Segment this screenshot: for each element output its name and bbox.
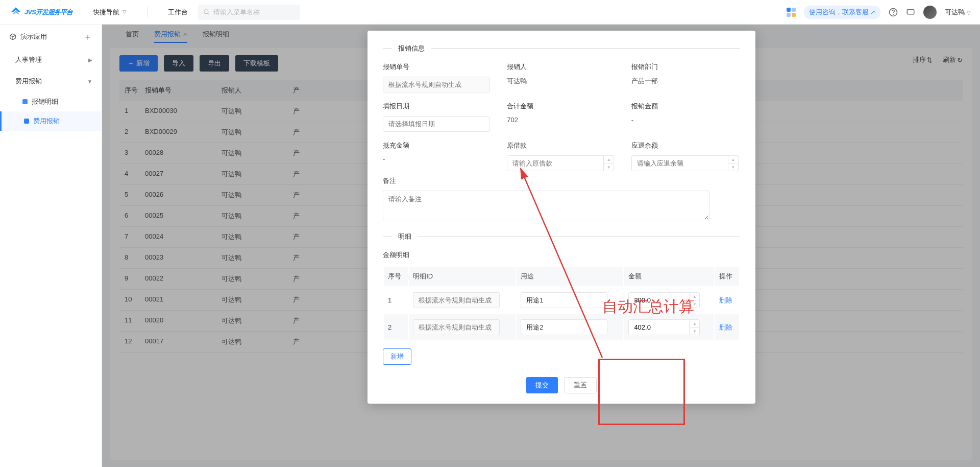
input-date[interactable] xyxy=(383,116,490,132)
square-icon xyxy=(24,119,29,124)
svg-point-5 xyxy=(893,14,894,14)
topbar: JVS开发服务平台 快捷导航 ▽ 工作台 请输入菜单名称 使用咨询，联系客服 ↗… xyxy=(0,0,980,25)
global-search[interactable]: 请输入菜单名称 xyxy=(198,5,300,20)
help-icon[interactable] xyxy=(889,8,898,17)
mcell-del[interactable]: 删除 xyxy=(719,323,732,331)
section-title-info: 报销信息 xyxy=(383,44,740,53)
modal-footer: 提交 重置 xyxy=(383,377,740,393)
cube-icon xyxy=(9,33,16,40)
val-dept: 产品一部 xyxy=(631,77,740,86)
app-grid-icon[interactable] xyxy=(787,8,796,17)
svg-line-3 xyxy=(207,13,209,14)
search-icon xyxy=(203,9,210,16)
mcell-id-input[interactable] xyxy=(413,292,500,308)
lbl-person: 报销人 xyxy=(507,62,616,72)
svg-point-2 xyxy=(204,9,208,13)
lbl-no: 报销单号 xyxy=(383,62,492,72)
stepper[interactable]: ▲▼ xyxy=(689,320,699,335)
mcell-use-input[interactable] xyxy=(521,319,607,335)
side-exp2[interactable]: 费用报销 xyxy=(0,111,102,131)
stepper[interactable]: ▲▼ xyxy=(728,156,738,171)
lbl-dept: 报销部门 xyxy=(631,62,740,72)
username[interactable]: 可达鸭 ▽ xyxy=(945,8,971,17)
avatar[interactable] xyxy=(923,6,937,19)
lbl-loan: 原借款 xyxy=(507,141,616,150)
logo: JVS开发服务平台 xyxy=(9,6,72,19)
mcell-id-input[interactable] xyxy=(413,319,500,335)
lbl-total: 合计金额 xyxy=(507,102,616,111)
lbl-refund: 应退余额 xyxy=(631,141,740,150)
mth-id: 明细ID xyxy=(409,267,516,286)
input-remark[interactable] xyxy=(383,191,709,220)
mcell-use-input[interactable] xyxy=(521,292,607,308)
reset-button[interactable]: 重置 xyxy=(564,377,597,393)
mcell-del[interactable]: 删除 xyxy=(719,296,732,304)
add-row-button[interactable]: 新增 xyxy=(383,348,411,365)
detail-table: 序号 明细ID 用途 金额 操作 1▲▼删除2▲▼删除 xyxy=(383,266,740,341)
topbar-right: 使用咨询，联系客服 ↗ 可达鸭 ▽ xyxy=(787,6,971,19)
topnav: 快捷导航 ▽ 工作台 xyxy=(93,7,188,17)
input-refund[interactable] xyxy=(631,155,739,171)
square-icon xyxy=(22,99,28,104)
chat-icon[interactable] xyxy=(906,8,915,17)
val-amount: - xyxy=(631,116,740,124)
mcell-seq: 2 xyxy=(384,314,408,340)
edit-modal: 报销信息 报销单号 报销人 可达鸭 报销部门 产品一部 填报日期 合计金额 70… xyxy=(368,31,755,404)
mth-amt: 金额 xyxy=(624,267,714,286)
detail-row: 2▲▼删除 xyxy=(384,314,739,340)
mth-ops: 操作 xyxy=(715,267,739,286)
mcell-seq: 1 xyxy=(384,287,408,313)
sidebar: 演示应用 ＋ 人事管理▶ 费用报销▼ 报销明细 费用报销 xyxy=(0,25,102,467)
divider xyxy=(147,7,148,17)
lbl-date: 填报日期 xyxy=(383,102,492,111)
logo-icon xyxy=(9,6,22,19)
side-detail[interactable]: 报销明细 xyxy=(0,92,102,111)
lbl-amount: 报销金额 xyxy=(631,102,740,111)
stepper[interactable]: ▲▼ xyxy=(603,156,614,171)
side-expense[interactable]: 费用报销▼ xyxy=(0,71,102,92)
stepper[interactable]: ▲▼ xyxy=(689,293,699,308)
form-grid: 报销单号 报销人 可达鸭 报销部门 产品一部 填报日期 合计金额 702 报销金… xyxy=(383,62,740,171)
lbl-amt-detail: 金额明细 xyxy=(383,250,740,260)
section-title-detail: 明细 xyxy=(383,232,740,241)
workbench-link[interactable]: 工作台 xyxy=(168,8,188,17)
support-tag[interactable]: 使用咨询，联系客服 ↗ xyxy=(804,6,880,19)
val-total: 702 xyxy=(507,116,616,124)
mth-seq: 序号 xyxy=(384,267,408,286)
input-loan[interactable] xyxy=(507,155,614,171)
side-app[interactable]: 演示应用 ＋ xyxy=(0,25,102,49)
logo-text: JVS开发服务平台 xyxy=(24,8,72,17)
lbl-remark: 备注 xyxy=(383,176,740,185)
val-offset: - xyxy=(383,155,492,163)
input-no[interactable] xyxy=(383,77,490,92)
submit-button[interactable]: 提交 xyxy=(526,377,558,393)
side-hr[interactable]: 人事管理▶ xyxy=(0,49,102,71)
val-person: 可达鸭 xyxy=(507,77,616,86)
detail-row: 1▲▼删除 xyxy=(384,287,739,313)
lbl-offset: 抵充金额 xyxy=(383,141,492,150)
mth-use: 用途 xyxy=(517,267,623,286)
quick-nav[interactable]: 快捷导航 ▽ xyxy=(93,8,127,17)
search-placeholder: 请输入菜单名称 xyxy=(213,8,260,17)
